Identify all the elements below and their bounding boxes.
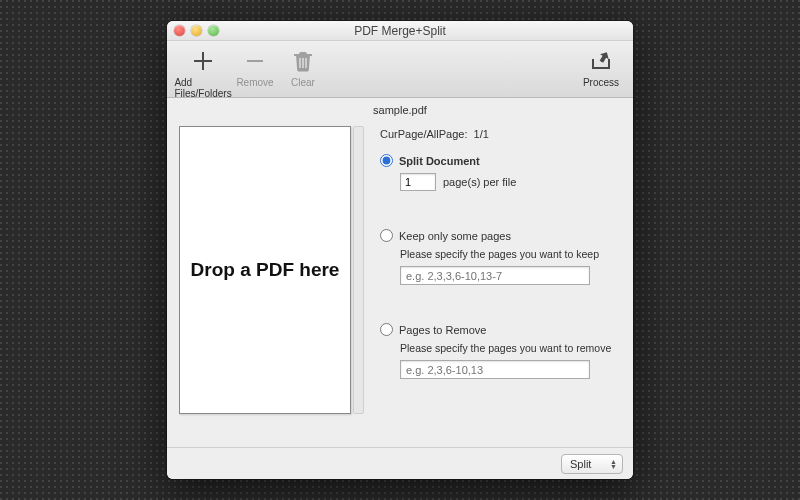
close-icon[interactable]: [174, 25, 185, 36]
preview-pane: Drop a PDF here: [179, 126, 364, 441]
trash-icon: [293, 47, 313, 75]
clear-button[interactable]: Clear: [279, 47, 327, 88]
mode-select[interactable]: Split ▲▼: [561, 454, 623, 474]
remove-pages-input[interactable]: [400, 360, 590, 379]
window-title: PDF Merge+Split: [167, 24, 633, 38]
process-label: Process: [583, 77, 619, 88]
app-window: PDF Merge+Split Add Files/Folders Remove…: [167, 21, 633, 479]
keep-radio[interactable]: [380, 229, 393, 242]
page-counter: CurPage/AllPage: 1/1: [380, 128, 621, 140]
remove-option: Pages to Remove Please specify the pages…: [380, 323, 621, 379]
keep-pages-input[interactable]: [400, 266, 590, 285]
remove-radio-row[interactable]: Pages to Remove: [380, 323, 621, 336]
drop-zone-label: Drop a PDF here: [191, 259, 340, 281]
drop-zone[interactable]: Drop a PDF here: [179, 126, 351, 414]
keep-option: Keep only some pages Please specify the …: [380, 229, 621, 285]
remove-radio[interactable]: [380, 323, 393, 336]
titlebar: PDF Merge+Split: [167, 21, 633, 41]
options-panel: CurPage/AllPage: 1/1 Split Document page…: [374, 126, 621, 441]
remove-hint: Please specify the pages you want to rem…: [400, 342, 621, 354]
split-label: Split Document: [399, 155, 480, 167]
svg-rect-0: [247, 60, 263, 62]
minus-icon: [244, 47, 266, 75]
keep-radio-row[interactable]: Keep only some pages: [380, 229, 621, 242]
split-radio[interactable]: [380, 154, 393, 167]
toolbar: Add Files/Folders Remove Clear Process: [167, 41, 633, 98]
remove-pages-label: Pages to Remove: [399, 324, 486, 336]
split-radio-row[interactable]: Split Document: [380, 154, 621, 167]
keep-label: Keep only some pages: [399, 230, 511, 242]
split-option: Split Document page(s) per file: [380, 154, 621, 191]
plus-icon: [192, 47, 214, 75]
clear-label: Clear: [291, 77, 315, 88]
page-counter-label: CurPage/AllPage:: [380, 128, 467, 140]
add-files-label: Add Files/Folders: [174, 77, 231, 99]
footer: Split ▲▼: [167, 447, 633, 479]
zoom-icon[interactable]: [208, 25, 219, 36]
mode-select-value: Split: [570, 458, 591, 470]
remove-label: Remove: [236, 77, 273, 88]
traffic-lights: [174, 25, 219, 36]
current-filename: sample.pdf: [167, 104, 633, 116]
page-counter-value: 1/1: [474, 128, 489, 140]
minimize-icon[interactable]: [191, 25, 202, 36]
chevron-updown-icon: ▲▼: [610, 459, 617, 469]
pages-per-file-suffix: page(s) per file: [443, 176, 516, 188]
content-area: sample.pdf Drop a PDF here CurPage/AllPa…: [167, 98, 633, 447]
preview-scrollbar[interactable]: [353, 126, 364, 414]
export-icon: [590, 47, 612, 75]
pages-per-file-input[interactable]: [400, 173, 436, 191]
keep-hint: Please specify the pages you want to kee…: [400, 248, 621, 260]
process-button[interactable]: Process: [577, 47, 625, 88]
remove-button[interactable]: Remove: [231, 47, 279, 88]
add-files-button[interactable]: Add Files/Folders: [175, 47, 231, 99]
